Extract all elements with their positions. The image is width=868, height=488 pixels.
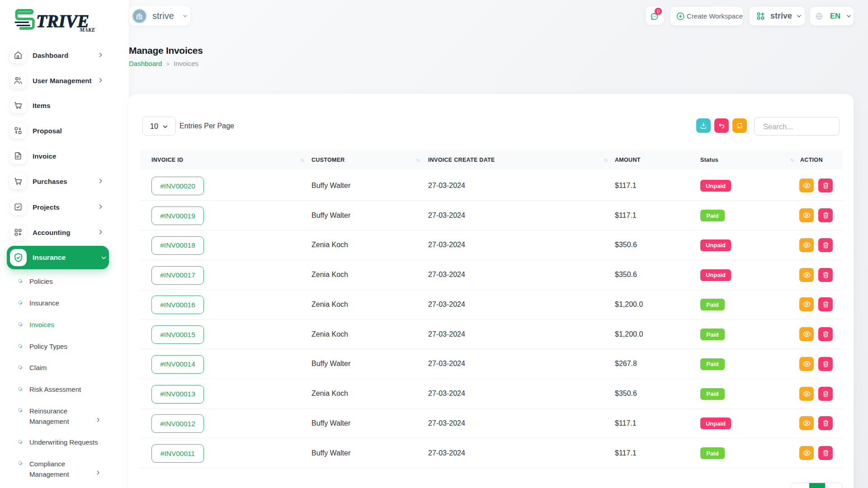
- svg-text:MAKE: MAKE: [79, 27, 95, 33]
